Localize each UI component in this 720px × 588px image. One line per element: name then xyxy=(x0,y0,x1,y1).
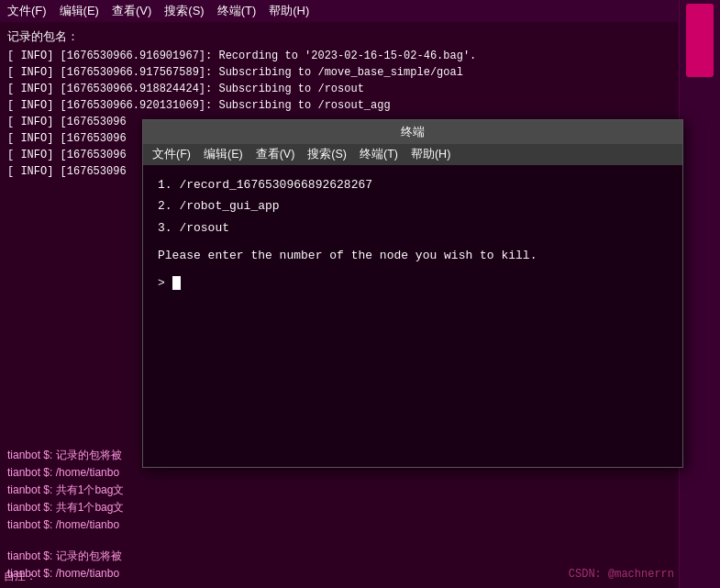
fg-prompt-line: Please enter the number of the node you … xyxy=(158,246,668,266)
bg-menu-view[interactable]: 查看(V) xyxy=(112,3,151,19)
log-line-1: [ INFO] [1676530966.917567589]: Subscrib… xyxy=(7,64,671,81)
bg-menu-file[interactable]: 文件(F) xyxy=(7,3,47,19)
fg-menu-view[interactable]: 查看(V) xyxy=(256,147,295,162)
log-line-0: [ INFO] [1676530966.916901967]: Recordin… xyxy=(7,48,671,64)
scrollbar-thumb[interactable] xyxy=(686,4,714,77)
fg-content: 1. /record_1676530966892628267 2. /robot… xyxy=(143,165,682,467)
fg-menu-edit[interactable]: 编辑(E) xyxy=(204,147,243,162)
fg-menu-help[interactable]: 帮助(H) xyxy=(411,147,450,162)
bg-menu-edit[interactable]: 编辑(E) xyxy=(60,3,99,19)
fg-menu-search[interactable]: 搜索(S) xyxy=(307,147,347,162)
record-label: 记录的包名： xyxy=(7,28,671,46)
fg-input-line[interactable]: > xyxy=(158,273,668,294)
fg-list-item-0: 1. /record_1676530966892628267 xyxy=(158,174,668,195)
bg-menubar[interactable]: 文件(F) 编辑(E) 查看(V) 搜索(S) 终端(T) 帮助(H) xyxy=(0,0,679,22)
foreground-terminal[interactable]: 终端 文件(F) 编辑(E) 查看(V) 搜索(S) 终端(T) 帮助(H) 1… xyxy=(142,119,683,468)
fg-menu-terminal[interactable]: 终端(T) xyxy=(360,147,398,162)
fg-list-item-1: 2. /robot_gui_app xyxy=(158,195,668,216)
bottom-line-4: tianbot $: /home/tianbo xyxy=(7,516,671,534)
bg-menu-search[interactable]: 搜索(S) xyxy=(164,3,204,19)
note-label: 自注： xyxy=(4,569,37,584)
scrollbar-area[interactable] xyxy=(679,0,720,588)
bottom-spacer xyxy=(7,535,671,548)
bg-menu-terminal[interactable]: 终端(T) xyxy=(217,3,257,19)
fg-input-prefix: > xyxy=(158,276,172,290)
log-line-2: [ INFO] [1676530966.918824424]: Subscrib… xyxy=(7,81,671,97)
bottom-line-6: tianbot $: 记录的包将被 xyxy=(7,548,671,565)
fg-menubar[interactable]: 文件(F) 编辑(E) 查看(V) 搜索(S) 终端(T) 帮助(H) xyxy=(143,144,682,165)
bottom-line-2: tianbot $: 共有1个bag文 xyxy=(7,482,671,499)
fg-menu-file[interactable]: 文件(F) xyxy=(152,147,191,162)
watermark: CSDN: @machnerrn xyxy=(569,568,674,581)
log-line-3: [ INFO] [1676530966.920131069]: Subscrib… xyxy=(7,97,671,114)
bottom-line-3: tianbot $: 共有1个bag文 xyxy=(7,499,671,516)
fg-titlebar: 终端 xyxy=(143,120,682,144)
bg-menu-help[interactable]: 帮助(H) xyxy=(269,3,309,19)
fg-cursor xyxy=(172,276,181,290)
fg-list-item-2: 3. /rosout xyxy=(158,217,668,239)
